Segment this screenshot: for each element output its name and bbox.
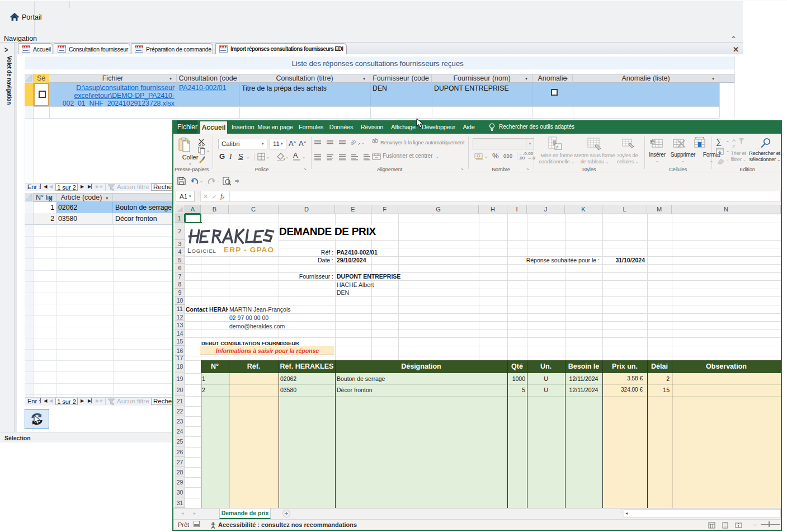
svg-text:≠: ≠ <box>556 144 559 150</box>
svg-text:A: A <box>732 138 736 143</box>
svg-text:ab: ab <box>351 139 357 147</box>
svg-text:Z: Z <box>732 144 736 149</box>
